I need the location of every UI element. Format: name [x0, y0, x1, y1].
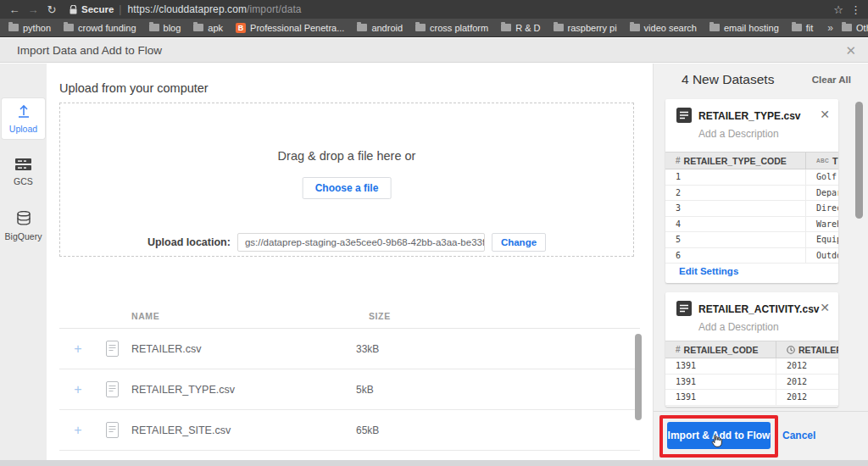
bookmark-item-fit[interactable]: fit	[788, 21, 817, 35]
dataset-filename: RETAILER_TYPE.csv	[698, 110, 800, 122]
sidebar-item-label: Upload	[2, 124, 45, 134]
panel-scrollbar[interactable]	[855, 102, 863, 219]
bookmark-label: email hosting	[724, 23, 779, 33]
preview-cell: 2	[665, 186, 806, 201]
bookmarks-overflow-chevron[interactable]: »	[822, 22, 838, 34]
preview-cell: Wareho	[806, 217, 838, 232]
bookmark-item-email-hosting[interactable]: email hosting	[706, 21, 782, 35]
table-row: + RETAILER_TYPE.csv 5kB	[59, 369, 640, 410]
modal-header: Import Data and Add to Flow ✕	[0, 38, 868, 63]
folder-icon	[501, 24, 511, 31]
dataset-icon	[676, 301, 692, 319]
column-header-size: SIZE	[369, 311, 391, 321]
file-icon	[106, 422, 131, 438]
number-type-icon: #	[676, 156, 681, 165]
clear-all-button[interactable]: Clear All	[812, 75, 851, 85]
bookmark-label: blog	[164, 23, 181, 33]
preview-column-header: RETAILER_	[776, 341, 838, 358]
sidebar-item-bigquery[interactable]: BigQuery	[2, 205, 45, 247]
close-icon[interactable]: ✕	[820, 302, 830, 313]
preview-row: 2Depart	[665, 186, 838, 202]
forward-icon[interactable]: →	[24, 3, 42, 16]
file-size: 65kB	[356, 424, 379, 436]
number-type-icon: #	[676, 345, 681, 354]
cancel-button[interactable]: Cancel	[782, 430, 815, 441]
edit-settings-link[interactable]: Edit Settings	[679, 266, 738, 276]
bookmark-item-apk[interactable]: apk	[190, 21, 226, 35]
page-title: Import Data and Add to Flow	[17, 44, 162, 57]
bookmark-star-icon[interactable]: ☆	[833, 3, 843, 16]
folder-icon	[630, 24, 640, 31]
new-datasets-panel: 4 New Datasets Clear All RETAILER_TYPE.c…	[653, 64, 868, 460]
sidebar-item-label: BigQuery	[2, 231, 45, 241]
browser-menu-icon[interactable]: ⋮	[850, 3, 861, 16]
file-size: 33kB	[356, 343, 379, 355]
bookmark-item-cross-platform[interactable]: cross platform	[412, 21, 492, 35]
folder-icon	[415, 24, 426, 31]
close-icon[interactable]: ✕	[820, 108, 830, 120]
back-icon[interactable]: ←	[5, 3, 24, 16]
folder-icon	[149, 24, 159, 31]
file-size: 5kB	[356, 384, 374, 396]
file-name: RETAILER.csv	[131, 343, 356, 355]
add-description-field[interactable]: Add a Description	[698, 321, 779, 333]
section-heading: Upload from your computer	[59, 81, 209, 95]
preview-cell: 5	[665, 232, 806, 247]
preview-row: 13912012	[665, 390, 838, 406]
add-file-button[interactable]: +	[71, 342, 85, 356]
lock-icon	[70, 5, 77, 14]
bookmark-item-raspberry-pi[interactable]: raspberry pi	[550, 21, 620, 35]
add-file-button[interactable]: +	[71, 424, 85, 437]
bookmark-item-professional-penetra[interactable]: BProfessional Penetra...	[232, 21, 348, 35]
bookmark-item-python[interactable]: python	[5, 21, 54, 35]
other-bookmarks[interactable]: Other Bookmarks	[838, 21, 868, 35]
folder-icon	[8, 24, 19, 31]
change-location-button[interactable]: Change	[492, 233, 546, 252]
preview-row: 5Equipm	[665, 232, 838, 248]
bookmark-label: apk	[208, 23, 223, 33]
blogger-icon: B	[236, 23, 246, 33]
bookmark-label: python	[23, 23, 51, 33]
bookmark-item-crowd-funding[interactable]: crowd funding	[60, 21, 140, 35]
url-bar[interactable]: https://clouddataprep.com/import/data	[127, 3, 301, 15]
bookmark-label: cross platform	[430, 23, 488, 33]
panel-title: 4 New Datasets	[682, 72, 774, 87]
column-label: RETAILER_TYPE_CODE	[684, 156, 787, 166]
sidebar-item-upload[interactable]: Upload	[2, 98, 45, 139]
preview-cell: 6	[665, 248, 806, 264]
bookmark-item-android[interactable]: android	[353, 21, 406, 35]
upload-location-label: Upload location:	[147, 236, 231, 248]
file-table-header: NAME SIZE	[59, 304, 640, 329]
preview-cell: 2012	[776, 358, 838, 374]
preview-cell: 3	[665, 201, 806, 216]
omnibox-divider: |	[119, 3, 121, 15]
bookmark-item-r-and-d[interactable]: R & D	[498, 21, 543, 35]
bookmark-label: crowd funding	[78, 23, 136, 33]
preview-row: 13912012	[665, 374, 838, 391]
main-scrollbar[interactable]	[635, 334, 642, 420]
preview-column-header: ABCTY	[806, 153, 838, 169]
dropzone-text: Drag & drop a file here or	[60, 149, 633, 163]
file-dropzone[interactable]: Drag & drop a file here or Choose a file…	[59, 103, 634, 257]
folder-icon	[792, 24, 802, 31]
preview-cell: 1391	[665, 358, 776, 374]
add-description-field[interactable]: Add a Description	[698, 128, 779, 140]
column-label: RETAILER_CODE	[684, 345, 759, 355]
dataset-icon	[676, 108, 692, 126]
close-icon[interactable]: ✕	[845, 44, 856, 57]
preview-cell: 1391	[665, 374, 776, 390]
sidebar-item-gcs[interactable]: GCS	[2, 153, 45, 191]
import-add-to-flow-button[interactable]: Import & Add to Flow	[667, 422, 771, 449]
preview-cell: Depart	[806, 186, 838, 201]
column-label: TY	[832, 156, 838, 166]
page-bottom-edge	[0, 460, 868, 466]
choose-file-button[interactable]: Choose a file	[303, 177, 392, 199]
bookmark-item-blog[interactable]: blog	[146, 21, 185, 35]
bookmark-item-video-search[interactable]: video search	[626, 21, 700, 35]
security-indicator: Secure	[70, 4, 114, 14]
preview-cell: 1391	[665, 390, 776, 405]
reload-icon[interactable]: ↻	[42, 3, 61, 16]
add-file-button[interactable]: +	[71, 383, 85, 397]
url-main: https://clouddataprep.com	[127, 3, 247, 15]
bookmarks-bar: python crowd funding blog apk BProfessio…	[0, 19, 868, 37]
